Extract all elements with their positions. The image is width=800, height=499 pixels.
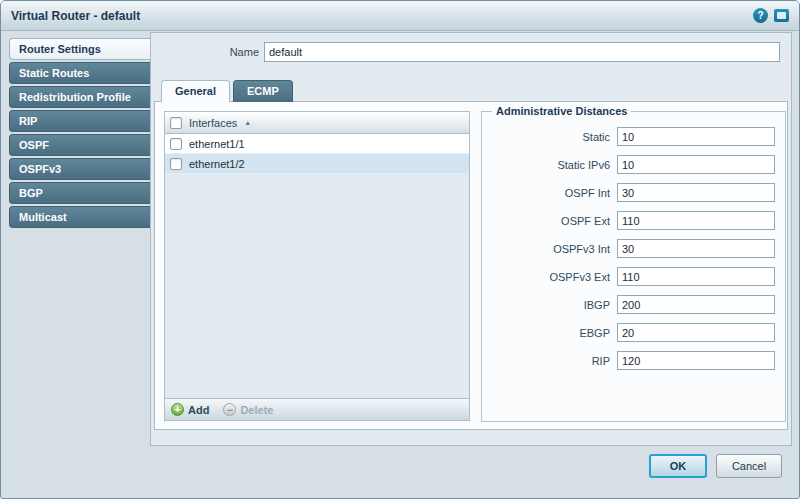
ok-button[interactable]: OK <box>649 454 707 478</box>
static-distance-input[interactable] <box>617 127 775 146</box>
titlebar-icons: ? <box>753 8 789 23</box>
add-button[interactable]: + Add <box>171 403 209 416</box>
ebgp-distance-label: EBGP <box>492 327 610 339</box>
sort-asc-icon[interactable]: ▲ <box>244 119 251 126</box>
field-row: OSPF Int <box>492 183 775 202</box>
ospf-ext-distance-label: OSPF Ext <box>492 215 610 227</box>
content-panel: Name General ECMP Interfaces ▲ ethernet1… <box>150 32 792 446</box>
ospfv3-ext-distance-input[interactable] <box>617 267 775 286</box>
static-ipv6-distance-label: Static IPv6 <box>492 159 610 171</box>
row-checkbox[interactable] <box>170 158 182 170</box>
sidebar-item-ospfv3[interactable]: OSPFv3 <box>9 158 151 180</box>
general-tab-panel: Interfaces ▲ ethernet1/1 ethernet1/2 + A… <box>154 101 788 430</box>
sidebar-item-bgp[interactable]: BGP <box>9 182 151 204</box>
dialog-title: Virtual Router - default <box>11 9 140 23</box>
dock-icon[interactable] <box>774 9 789 22</box>
table-row-ethernet1-1[interactable]: ethernet1/1 <box>165 134 469 154</box>
select-all-checkbox[interactable] <box>170 117 182 129</box>
help-icon[interactable]: ? <box>753 8 768 23</box>
field-row: EBGP <box>492 323 775 342</box>
field-row: Static IPv6 <box>492 155 775 174</box>
add-icon: + <box>171 403 184 416</box>
ibgp-distance-label: IBGP <box>492 299 610 311</box>
tab-general[interactable]: General <box>161 80 230 102</box>
field-row: OSPFv3 Ext <box>492 267 775 286</box>
dialog-footer: OK Cancel <box>649 454 782 478</box>
sidebar-item-router-settings[interactable]: Router Settings <box>9 38 151 60</box>
sidebar-item-rip[interactable]: RIP <box>9 110 151 132</box>
tab-ecmp[interactable]: ECMP <box>233 80 293 102</box>
field-row: IBGP <box>492 295 775 314</box>
ospfv3-ext-distance-label: OSPFv3 Ext <box>492 271 610 283</box>
field-row: OSPFv3 Int <box>492 239 775 258</box>
title-bar: Virtual Router - default ? <box>1 1 799 31</box>
virtual-router-dialog: Virtual Router - default ? Router Settin… <box>0 0 800 499</box>
delete-button-label: Delete <box>240 404 273 416</box>
delete-icon: − <box>223 403 236 416</box>
sidebar: Router Settings Static Routes Redistribu… <box>9 38 151 228</box>
sidebar-item-multicast[interactable]: Multicast <box>9 206 151 228</box>
table-empty-area <box>165 174 469 398</box>
name-input[interactable] <box>264 42 780 62</box>
interface-name: ethernet1/2 <box>189 158 245 170</box>
ebgp-distance-input[interactable] <box>617 323 775 342</box>
table-row-ethernet1-2[interactable]: ethernet1/2 <box>165 154 469 174</box>
sidebar-item-static-routes[interactable]: Static Routes <box>9 62 151 84</box>
add-button-label: Add <box>188 404 209 416</box>
static-ipv6-distance-input[interactable] <box>617 155 775 174</box>
row-checkbox[interactable] <box>170 138 182 150</box>
field-row: Static <box>492 127 775 146</box>
ibgp-distance-input[interactable] <box>617 295 775 314</box>
interfaces-table: Interfaces ▲ ethernet1/1 ethernet1/2 + A… <box>164 111 470 421</box>
sidebar-item-redistribution-profile[interactable]: Redistribution Profile <box>9 86 151 108</box>
field-row: RIP <box>492 351 775 370</box>
field-row: OSPF Ext <box>492 211 775 230</box>
table-toolbar: + Add − Delete <box>165 398 469 420</box>
ospf-int-distance-label: OSPF Int <box>492 187 610 199</box>
rip-distance-input[interactable] <box>617 351 775 370</box>
interface-name: ethernet1/1 <box>189 138 245 150</box>
ospf-int-distance-input[interactable] <box>617 183 775 202</box>
administrative-distances-legend: Administrative Distances <box>492 105 631 117</box>
ospfv3-int-distance-input[interactable] <box>617 239 775 258</box>
interfaces-column-header[interactable]: Interfaces <box>189 117 237 129</box>
cancel-button[interactable]: Cancel <box>716 454 782 478</box>
name-label: Name <box>225 46 259 58</box>
interfaces-header-row[interactable]: Interfaces ▲ <box>165 112 469 134</box>
static-distance-label: Static <box>492 131 610 143</box>
rip-distance-label: RIP <box>492 355 610 367</box>
ospfv3-int-distance-label: OSPFv3 Int <box>492 243 610 255</box>
sidebar-item-ospf[interactable]: OSPF <box>9 134 151 156</box>
delete-button[interactable]: − Delete <box>223 403 273 416</box>
inner-tabstrip: General ECMP <box>161 80 293 102</box>
ospf-ext-distance-input[interactable] <box>617 211 775 230</box>
administrative-distances-group: Administrative Distances Static Static I… <box>481 105 786 422</box>
